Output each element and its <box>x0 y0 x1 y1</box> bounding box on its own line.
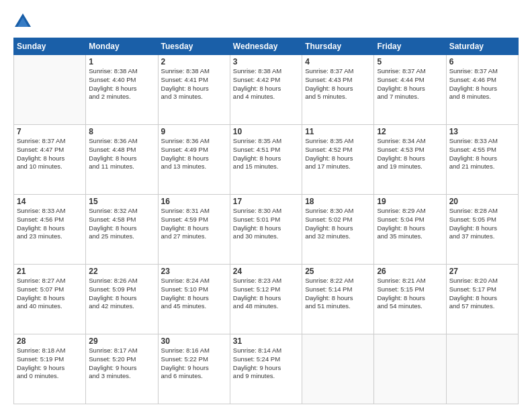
day-info: Sunrise: 8:36 AM Sunset: 4:48 PM Dayligh… <box>89 137 154 171</box>
day-cell: 15Sunrise: 8:32 AM Sunset: 4:58 PM Dayli… <box>86 195 158 265</box>
day-info: Sunrise: 8:35 AM Sunset: 4:51 PM Dayligh… <box>233 137 299 171</box>
day-cell <box>302 334 374 404</box>
day-number: 13 <box>449 127 515 136</box>
day-number: 20 <box>449 197 515 206</box>
day-info: Sunrise: 8:16 AM Sunset: 5:22 PM Dayligh… <box>161 347 227 381</box>
day-cell: 1Sunrise: 8:38 AM Sunset: 4:40 PM Daylig… <box>86 55 158 125</box>
day-cell: 29Sunrise: 8:17 AM Sunset: 5:20 PM Dayli… <box>86 334 158 404</box>
day-number: 4 <box>305 57 371 66</box>
day-cell <box>14 55 86 125</box>
day-info: Sunrise: 8:18 AM Sunset: 5:19 PM Dayligh… <box>17 347 83 381</box>
day-number: 8 <box>89 127 154 136</box>
day-number: 5 <box>377 57 443 66</box>
day-number: 26 <box>377 267 443 276</box>
day-info: Sunrise: 8:30 AM Sunset: 5:02 PM Dayligh… <box>305 207 371 241</box>
day-cell <box>374 334 446 404</box>
col-header-sunday: Sunday <box>14 38 86 55</box>
day-cell: 19Sunrise: 8:29 AM Sunset: 5:04 PM Dayli… <box>374 195 446 265</box>
day-info: Sunrise: 8:29 AM Sunset: 5:04 PM Dayligh… <box>377 207 443 241</box>
header-row: SundayMondayTuesdayWednesdayThursdayFrid… <box>14 38 519 55</box>
day-info: Sunrise: 8:31 AM Sunset: 4:59 PM Dayligh… <box>161 207 227 241</box>
day-cell: 14Sunrise: 8:33 AM Sunset: 4:56 PM Dayli… <box>14 195 86 265</box>
day-info: Sunrise: 8:36 AM Sunset: 4:49 PM Dayligh… <box>161 137 227 171</box>
day-number: 27 <box>449 267 515 276</box>
day-number: 9 <box>161 127 227 136</box>
day-info: Sunrise: 8:33 AM Sunset: 4:55 PM Dayligh… <box>449 137 515 171</box>
day-info: Sunrise: 8:30 AM Sunset: 5:01 PM Dayligh… <box>233 207 299 241</box>
day-info: Sunrise: 8:34 AM Sunset: 4:53 PM Dayligh… <box>377 137 443 171</box>
col-header-wednesday: Wednesday <box>230 38 302 55</box>
page: SundayMondayTuesdayWednesdayThursdayFrid… <box>0 0 532 411</box>
day-number: 3 <box>233 57 299 66</box>
day-cell: 12Sunrise: 8:34 AM Sunset: 4:53 PM Dayli… <box>374 125 446 195</box>
day-info: Sunrise: 8:17 AM Sunset: 5:20 PM Dayligh… <box>89 347 154 381</box>
day-cell: 8Sunrise: 8:36 AM Sunset: 4:48 PM Daylig… <box>86 125 158 195</box>
day-cell: 4Sunrise: 8:37 AM Sunset: 4:43 PM Daylig… <box>302 55 374 125</box>
day-info: Sunrise: 8:37 AM Sunset: 4:44 PM Dayligh… <box>377 67 443 101</box>
day-number: 24 <box>233 267 299 276</box>
week-row-5: 28Sunrise: 8:18 AM Sunset: 5:19 PM Dayli… <box>14 334 519 404</box>
day-info: Sunrise: 8:38 AM Sunset: 4:40 PM Dayligh… <box>89 67 154 101</box>
day-info: Sunrise: 8:20 AM Sunset: 5:17 PM Dayligh… <box>449 277 515 311</box>
day-number: 17 <box>233 197 299 206</box>
col-header-tuesday: Tuesday <box>158 38 230 55</box>
week-row-4: 21Sunrise: 8:27 AM Sunset: 5:07 PM Dayli… <box>14 265 519 334</box>
day-cell: 5Sunrise: 8:37 AM Sunset: 4:44 PM Daylig… <box>374 55 446 125</box>
day-cell: 16Sunrise: 8:31 AM Sunset: 4:59 PM Dayli… <box>158 195 230 265</box>
day-number: 31 <box>233 336 299 346</box>
day-number: 15 <box>89 197 154 206</box>
logo <box>13 12 35 31</box>
day-info: Sunrise: 8:38 AM Sunset: 4:41 PM Dayligh… <box>161 67 227 101</box>
day-number: 28 <box>17 336 83 346</box>
day-number: 14 <box>17 197 83 206</box>
day-number: 12 <box>377 127 443 136</box>
day-cell: 27Sunrise: 8:20 AM Sunset: 5:17 PM Dayli… <box>446 265 518 334</box>
day-cell: 6Sunrise: 8:37 AM Sunset: 4:46 PM Daylig… <box>446 55 518 125</box>
day-cell: 23Sunrise: 8:24 AM Sunset: 5:10 PM Dayli… <box>158 265 230 334</box>
day-info: Sunrise: 8:21 AM Sunset: 5:15 PM Dayligh… <box>377 277 443 311</box>
day-cell: 17Sunrise: 8:30 AM Sunset: 5:01 PM Dayli… <box>230 195 302 265</box>
day-info: Sunrise: 8:37 AM Sunset: 4:43 PM Dayligh… <box>305 67 371 101</box>
day-info: Sunrise: 8:32 AM Sunset: 4:58 PM Dayligh… <box>89 207 154 241</box>
day-cell: 2Sunrise: 8:38 AM Sunset: 4:41 PM Daylig… <box>158 55 230 125</box>
day-cell: 18Sunrise: 8:30 AM Sunset: 5:02 PM Dayli… <box>302 195 374 265</box>
col-header-saturday: Saturday <box>446 38 518 55</box>
day-info: Sunrise: 8:38 AM Sunset: 4:42 PM Dayligh… <box>233 67 299 101</box>
day-number: 10 <box>233 127 299 136</box>
day-info: Sunrise: 8:33 AM Sunset: 4:56 PM Dayligh… <box>17 207 83 241</box>
day-cell: 13Sunrise: 8:33 AM Sunset: 4:55 PM Dayli… <box>446 125 518 195</box>
day-number: 1 <box>89 57 154 66</box>
day-info: Sunrise: 8:37 AM Sunset: 4:46 PM Dayligh… <box>449 67 515 101</box>
day-number: 18 <box>305 197 371 206</box>
day-number: 11 <box>305 127 371 136</box>
day-number: 25 <box>305 267 371 276</box>
day-cell: 21Sunrise: 8:27 AM Sunset: 5:07 PM Dayli… <box>14 265 86 334</box>
day-cell: 3Sunrise: 8:38 AM Sunset: 4:42 PM Daylig… <box>230 55 302 125</box>
day-cell: 25Sunrise: 8:22 AM Sunset: 5:14 PM Dayli… <box>302 265 374 334</box>
day-cell: 30Sunrise: 8:16 AM Sunset: 5:22 PM Dayli… <box>158 334 230 404</box>
day-cell: 28Sunrise: 8:18 AM Sunset: 5:19 PM Dayli… <box>14 334 86 404</box>
week-row-2: 7Sunrise: 8:37 AM Sunset: 4:47 PM Daylig… <box>14 125 519 195</box>
day-cell: 7Sunrise: 8:37 AM Sunset: 4:47 PM Daylig… <box>14 125 86 195</box>
day-number: 19 <box>377 197 443 206</box>
day-info: Sunrise: 8:27 AM Sunset: 5:07 PM Dayligh… <box>17 277 83 311</box>
day-number: 2 <box>161 57 227 66</box>
logo-icon <box>13 12 32 31</box>
day-cell: 20Sunrise: 8:28 AM Sunset: 5:05 PM Dayli… <box>446 195 518 265</box>
calendar-table: SundayMondayTuesdayWednesdayThursdayFrid… <box>13 38 519 404</box>
day-number: 22 <box>89 267 154 276</box>
day-cell: 24Sunrise: 8:23 AM Sunset: 5:12 PM Dayli… <box>230 265 302 334</box>
day-cell <box>446 334 518 404</box>
day-number: 21 <box>17 267 83 276</box>
day-info: Sunrise: 8:24 AM Sunset: 5:10 PM Dayligh… <box>161 277 227 311</box>
day-cell: 31Sunrise: 8:14 AM Sunset: 5:24 PM Dayli… <box>230 334 302 404</box>
col-header-thursday: Thursday <box>302 38 374 55</box>
col-header-friday: Friday <box>374 38 446 55</box>
day-cell: 11Sunrise: 8:35 AM Sunset: 4:52 PM Dayli… <box>302 125 374 195</box>
week-row-1: 1Sunrise: 8:38 AM Sunset: 4:40 PM Daylig… <box>14 55 519 125</box>
week-row-3: 14Sunrise: 8:33 AM Sunset: 4:56 PM Dayli… <box>14 195 519 265</box>
day-info: Sunrise: 8:28 AM Sunset: 5:05 PM Dayligh… <box>449 207 515 241</box>
day-info: Sunrise: 8:26 AM Sunset: 5:09 PM Dayligh… <box>89 277 154 311</box>
day-cell: 22Sunrise: 8:26 AM Sunset: 5:09 PM Dayli… <box>86 265 158 334</box>
day-number: 7 <box>17 127 83 136</box>
